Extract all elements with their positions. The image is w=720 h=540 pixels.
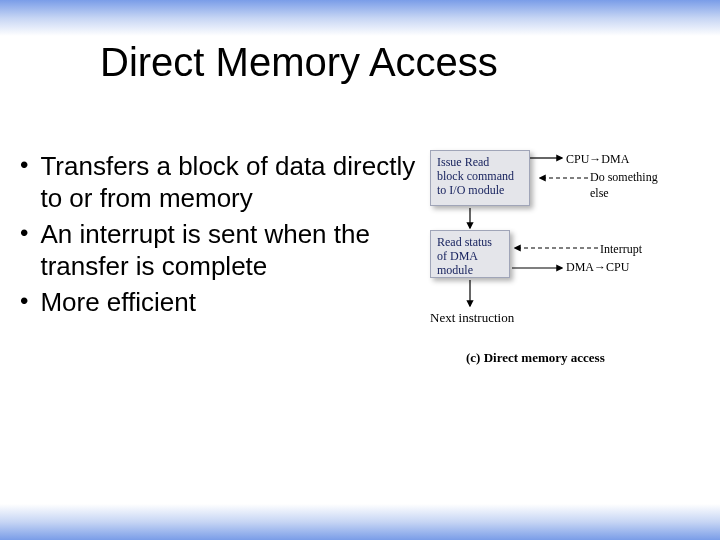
- bullet-text: Transfers a block of data directly to or…: [40, 150, 420, 214]
- diagram-label-cpu-dma: CPU→DMA: [566, 152, 629, 167]
- diagram-box-issue-read: Issue Read block command to I/O module: [430, 150, 530, 206]
- bottom-gradient-bar: [0, 504, 720, 540]
- diagram-label-else: else: [590, 186, 609, 201]
- bullet-list: • Transfers a block of data directly to …: [20, 150, 420, 322]
- diagram-label-dma-cpu: DMA→CPU: [566, 260, 629, 275]
- diagram-label-next-instruction: Next instruction: [430, 310, 514, 326]
- slide-title: Direct Memory Access: [100, 40, 498, 85]
- diagram-box-read-status: Read status of DMA module: [430, 230, 510, 278]
- bullet-icon: •: [20, 150, 28, 180]
- bullet-text: More efficient: [40, 286, 196, 318]
- diagram-label-interrupt: Interrupt: [600, 242, 642, 257]
- bullet-icon: •: [20, 218, 28, 248]
- diagram-label-do-something: Do something: [590, 170, 658, 185]
- diagram-caption: (c) Direct memory access: [466, 350, 605, 366]
- bullet-item: • Transfers a block of data directly to …: [20, 150, 420, 214]
- dma-diagram: Issue Read block command to I/O module R…: [430, 150, 710, 370]
- box-text: Issue Read block command to I/O module: [437, 155, 514, 197]
- bullet-item: • An interrupt is sent when the transfer…: [20, 218, 420, 282]
- top-gradient-bar: [0, 0, 720, 36]
- bullet-icon: •: [20, 286, 28, 316]
- box-text: Read status of DMA module: [437, 235, 492, 277]
- bullet-text: An interrupt is sent when the transfer i…: [40, 218, 420, 282]
- bullet-item: • More efficient: [20, 286, 420, 318]
